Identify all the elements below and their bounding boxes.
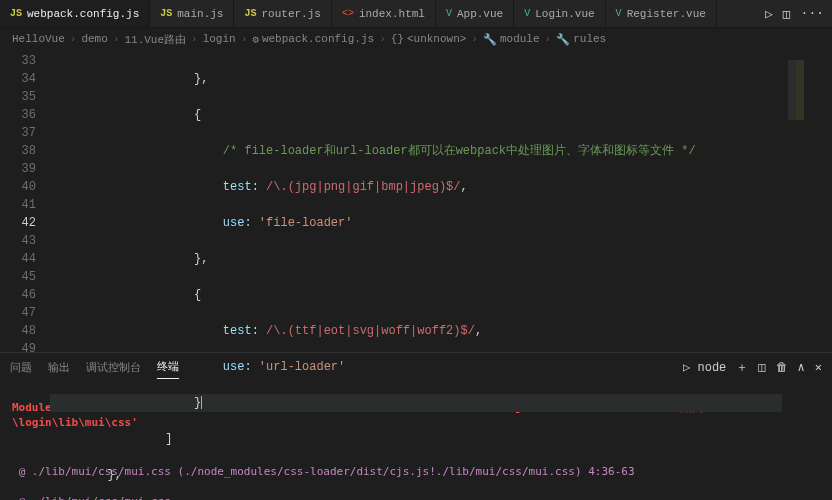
- split-editor-icon[interactable]: ◫: [783, 6, 791, 22]
- title-actions: ▷ ◫ ···: [757, 0, 832, 27]
- panel-tab-problems[interactable]: 问题: [10, 356, 32, 379]
- editor-tabs: JSwebpack.config.js JSmain.js JSrouter.j…: [0, 0, 832, 28]
- vue-icon: V: [446, 8, 452, 19]
- close-icon[interactable]: ✕: [815, 360, 822, 375]
- tab-label: App.vue: [457, 8, 503, 20]
- breadcrumb-part[interactable]: demo: [81, 33, 107, 45]
- breadcrumb-part[interactable]: module: [500, 33, 540, 45]
- minimap[interactable]: [782, 50, 832, 352]
- html-icon: <>: [342, 8, 354, 19]
- line-gutter: 3334353637383940414243444546474849: [0, 50, 50, 352]
- chevron-up-icon[interactable]: ∧: [798, 360, 805, 375]
- code-content[interactable]: }, { /* file-loader和url-loader都可以在webpac…: [50, 50, 782, 352]
- tab-label: main.js: [177, 8, 223, 20]
- breadcrumb-part[interactable]: webpack.config.js: [262, 33, 374, 45]
- breadcrumb-part[interactable]: 11.Vue路由: [124, 32, 186, 47]
- js-icon: ⚙: [252, 33, 259, 46]
- tab-label: index.html: [359, 8, 425, 20]
- tab-webpack-config[interactable]: JSwebpack.config.js: [0, 0, 150, 27]
- vue-icon: V: [616, 8, 622, 19]
- code-editor[interactable]: 3334353637383940414243444546474849 }, { …: [0, 50, 832, 352]
- js-icon: JS: [244, 8, 256, 19]
- tab-index-html[interactable]: <>index.html: [332, 0, 436, 27]
- breadcrumb-part[interactable]: login: [203, 33, 236, 45]
- js-icon: JS: [160, 8, 172, 19]
- wrench-icon: 🔧: [556, 33, 570, 46]
- tab-main-js[interactable]: JSmain.js: [150, 0, 234, 27]
- vue-icon: V: [524, 8, 530, 19]
- tab-login-vue[interactable]: VLogin.vue: [514, 0, 605, 27]
- tab-label: Login.vue: [535, 8, 594, 20]
- tab-label: Register.vue: [627, 8, 706, 20]
- breadcrumb-part[interactable]: <unknown>: [407, 33, 466, 45]
- run-icon[interactable]: ▷: [765, 6, 773, 22]
- breadcrumb[interactable]: HelloVue› demo› 11.Vue路由› login› ⚙ webpa…: [0, 28, 832, 50]
- tab-label: router.js: [261, 8, 320, 20]
- js-icon: JS: [10, 8, 22, 19]
- wrench-icon: 🔧: [483, 33, 497, 46]
- text-cursor: [201, 396, 202, 409]
- tab-router-js[interactable]: JSrouter.js: [234, 0, 331, 27]
- breadcrumb-part[interactable]: rules: [573, 33, 606, 45]
- tab-label: webpack.config.js: [27, 8, 139, 20]
- symbol-icon: {}: [391, 33, 404, 45]
- tab-register-vue[interactable]: VRegister.vue: [606, 0, 717, 27]
- tab-app-vue[interactable]: VApp.vue: [436, 0, 514, 27]
- breadcrumb-part[interactable]: HelloVue: [12, 33, 65, 45]
- more-icon[interactable]: ···: [801, 6, 824, 21]
